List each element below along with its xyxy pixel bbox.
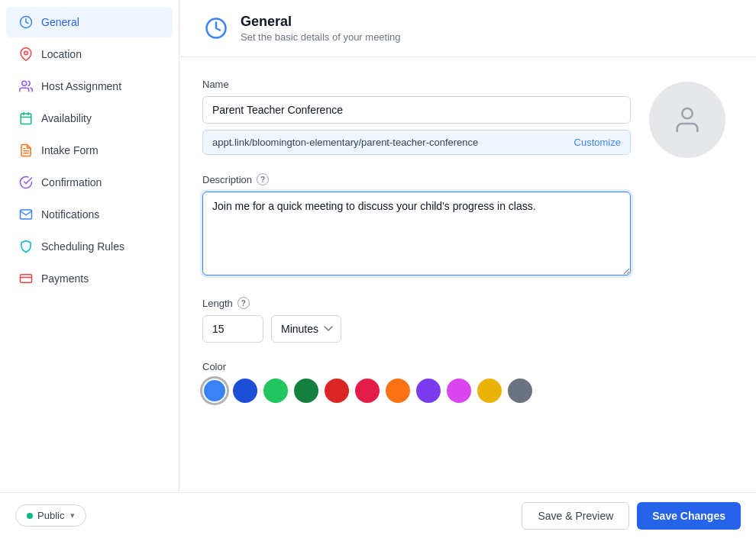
color-swatch-purple[interactable] bbox=[416, 379, 441, 403]
save-preview-button[interactable]: Save & Preview bbox=[522, 502, 629, 530]
sidebar-item-intake-form[interactable]: Intake Form bbox=[6, 135, 173, 166]
scheduling-rules-icon bbox=[18, 239, 34, 254]
sidebar-item-availability[interactable]: Availability bbox=[6, 103, 173, 134]
sidebar-item-general[interactable]: General bbox=[6, 7, 173, 37]
length-section: Length ? Minutes Hours bbox=[202, 297, 631, 343]
color-swatch-blue[interactable] bbox=[202, 379, 227, 403]
page-header: General Set the basic details of your me… bbox=[179, 0, 756, 57]
color-swatch-gray[interactable] bbox=[508, 379, 532, 403]
public-chevron-icon: ▾ bbox=[70, 511, 75, 520]
sidebar-item-location-label: Location bbox=[41, 48, 82, 60]
public-label: Public bbox=[37, 510, 64, 521]
svg-point-12 bbox=[682, 108, 692, 118]
availability-icon bbox=[18, 111, 34, 126]
customize-link[interactable]: Customize bbox=[574, 137, 621, 148]
sidebar-item-scheduling-rules[interactable]: Scheduling Rules bbox=[6, 231, 173, 262]
svg-point-1 bbox=[24, 51, 28, 55]
color-section: Color bbox=[202, 361, 631, 403]
url-text: appt.link/bloomington-elementary/parent-… bbox=[212, 137, 478, 148]
sidebar: General Location Host Assignment Availab… bbox=[0, 0, 179, 492]
color-swatch-darkgreen[interactable] bbox=[294, 379, 318, 403]
length-unit-select[interactable]: Minutes Hours bbox=[271, 315, 341, 343]
colors-row bbox=[202, 379, 631, 403]
sidebar-item-confirmation[interactable]: Confirmation bbox=[6, 167, 173, 198]
description-section: Description ? Join me for a quick meetin… bbox=[202, 173, 631, 279]
name-input[interactable] bbox=[202, 96, 631, 124]
sidebar-item-location[interactable]: Location bbox=[6, 39, 173, 69]
sidebar-item-availability-label: Availability bbox=[41, 112, 92, 124]
sidebar-item-intake-label: Intake Form bbox=[41, 144, 99, 156]
svg-rect-9 bbox=[21, 275, 32, 283]
page-title: General bbox=[241, 14, 401, 30]
app-container: General Location Host Assignment Availab… bbox=[0, 0, 756, 492]
sidebar-item-notifications-label: Notifications bbox=[41, 208, 99, 221]
sidebar-item-host-label: Host Assignment bbox=[41, 80, 121, 92]
color-swatch-darkblue[interactable] bbox=[233, 379, 257, 403]
payments-icon bbox=[18, 271, 34, 286]
notifications-icon bbox=[18, 207, 34, 222]
page-subtitle: Set the basic details of your meeting bbox=[241, 31, 401, 43]
name-section: Name appt.link/bloomington-elementary/pa… bbox=[202, 79, 631, 155]
form-area: Name appt.link/bloomington-elementary/pa… bbox=[179, 57, 756, 492]
color-label: Color bbox=[202, 361, 631, 372]
length-row: Minutes Hours bbox=[202, 315, 631, 343]
main-content: General Set the basic details of your me… bbox=[179, 0, 756, 492]
color-swatch-pink[interactable] bbox=[355, 379, 380, 403]
public-button[interactable]: Public ▾ bbox=[15, 504, 86, 527]
description-textarea[interactable]: Join me for a quick meeting to discuss y… bbox=[202, 192, 631, 275]
sidebar-item-general-label: General bbox=[41, 16, 79, 28]
form-left: Name appt.link/bloomington-elementary/pa… bbox=[202, 79, 631, 471]
sidebar-item-host-assignment[interactable]: Host Assignment bbox=[6, 71, 173, 101]
url-row: appt.link/bloomington-elementary/parent-… bbox=[202, 130, 631, 155]
confirmation-icon bbox=[18, 175, 34, 190]
public-status-dot bbox=[27, 513, 33, 519]
save-changes-button[interactable]: Save Changes bbox=[637, 502, 741, 530]
length-number-input[interactable] bbox=[202, 315, 263, 343]
sidebar-item-notifications[interactable]: Notifications bbox=[6, 199, 173, 230]
color-swatch-red[interactable] bbox=[325, 379, 349, 403]
length-label: Length ? bbox=[202, 297, 631, 309]
name-label: Name bbox=[202, 79, 631, 90]
description-help-icon[interactable]: ? bbox=[257, 173, 269, 185]
color-swatch-lavender[interactable] bbox=[447, 379, 471, 403]
intake-form-icon bbox=[18, 143, 34, 158]
footer: Public ▾ Save & Preview Save Changes bbox=[0, 492, 756, 538]
color-swatch-orange[interactable] bbox=[386, 379, 410, 403]
sidebar-item-payments-label: Payments bbox=[41, 272, 89, 285]
host-assignment-icon bbox=[18, 79, 34, 94]
page-header-icon bbox=[202, 14, 230, 42]
avatar-section bbox=[649, 79, 733, 471]
length-help-icon[interactable]: ? bbox=[237, 297, 250, 309]
sidebar-item-confirmation-label: Confirmation bbox=[41, 176, 102, 188]
header-text: General Set the basic details of your me… bbox=[241, 14, 401, 43]
avatar[interactable] bbox=[649, 82, 725, 158]
svg-point-2 bbox=[22, 81, 27, 85]
general-icon bbox=[18, 14, 34, 30]
description-label: Description ? bbox=[202, 173, 631, 185]
color-swatch-green[interactable] bbox=[263, 379, 288, 403]
footer-buttons: Save & Preview Save Changes bbox=[522, 502, 741, 530]
sidebar-item-scheduling-label: Scheduling Rules bbox=[41, 240, 124, 253]
svg-rect-3 bbox=[21, 114, 31, 124]
sidebar-item-payments[interactable]: Payments bbox=[6, 263, 173, 294]
color-swatch-yellow[interactable] bbox=[477, 379, 502, 403]
location-icon bbox=[18, 47, 34, 62]
